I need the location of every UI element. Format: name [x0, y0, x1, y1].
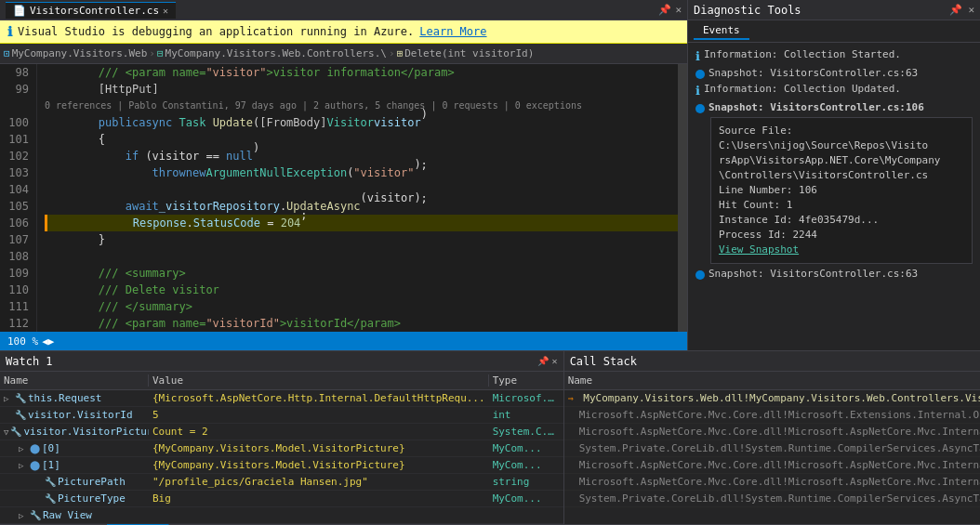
editor-content: 98 99 100 101 102 103 104 105 106 107 10…	[0, 64, 687, 332]
footer-scroll-right[interactable]: ▶	[48, 335, 55, 348]
prop-icon-4: ⬤	[30, 460, 40, 470]
code-area[interactable]: /// <param name="visitor">visitor inform…	[37, 64, 678, 332]
watch-title-bar: Watch 1 📌 ✕	[0, 351, 563, 372]
footer-scroll-left[interactable]: ◀	[42, 335, 48, 348]
expand-icon-0[interactable]: ▷	[4, 394, 13, 403]
cs-row-2[interactable]: Microsoft.AspNetCore.Mvc.Core.dll!Micros…	[564, 424, 980, 440]
close-diag-icon[interactable]: ✕	[968, 4, 974, 16]
diag-event-1-text: Information: Collection Started.	[704, 48, 901, 60]
code-line-112: /// <param name="visitorId">visitorId</p…	[45, 315, 678, 332]
expand-icon-7[interactable]: ▷	[19, 511, 28, 520]
snap-view-link[interactable]: View Snapshot	[719, 243, 964, 257]
prop-icon-6: 🔧	[45, 493, 56, 504]
pin-diag-icon[interactable]: 📌	[949, 4, 962, 16]
snapshot-dot-1	[695, 70, 705, 79]
watch-row-0[interactable]: ▷ 🔧 this.Request {Microsoft.AspNetCore.H…	[0, 390, 563, 407]
watch-headers: Name Value Type	[0, 372, 563, 390]
code-line-103: throw new ArgumentNullException("visitor…	[45, 164, 678, 181]
watch-rows: ▷ 🔧 this.Request {Microsoft.AspNetCore.H…	[0, 390, 563, 524]
watch-row-0-type: Microsof...	[489, 392, 563, 404]
cs-row-5-name: Microsoft.AspNetCore.Mvc.Core.dll!Micros…	[564, 476, 980, 488]
watch-row-2[interactable]: ▽ 🔧 visitor.VisitorPicture Count = 2 Sys…	[0, 424, 563, 440]
info-circle-icon: ℹ	[7, 24, 12, 39]
tab-close-button[interactable]: ✕	[163, 6, 168, 16]
snap-instance-id: Instance Id: 4fe035479d...	[719, 213, 964, 228]
vertical-scrollbar[interactable]	[678, 64, 687, 332]
editor-panel: 📄 VisitorsController.cs ✕ 📌 ✕ ℹ Visual S…	[0, 0, 688, 350]
watch-row-3[interactable]: ▷ ⬤ [0] {MyCompany.Visitors.Model.Visito…	[0, 440, 563, 457]
top-row: 📄 VisitorsController.cs ✕ 📌 ✕ ℹ Visual S…	[0, 0, 980, 350]
close-editor-icon[interactable]: ✕	[675, 4, 682, 16]
cs-row-4[interactable]: Microsoft.AspNetCore.Mvc.Core.dll!Micros…	[564, 457, 980, 474]
pin-watch-icon[interactable]: 📌	[537, 356, 549, 366]
diag-event-3-text: Information: Collection Updated.	[704, 83, 901, 95]
code-line-110: /// Delete visitor	[45, 282, 678, 298]
snapshot-dot-2	[695, 104, 705, 113]
breadcrumb-method[interactable]: ⊞ Delete(int visitorId)	[397, 47, 535, 59]
snap-source-file2: rsApp\VisitorsApp.NET.Core\MyCompany	[719, 153, 964, 168]
diag-snapshot-detail-block: Snapshot: VisitorsController.cs:106 Sour…	[692, 99, 976, 264]
code-line-ref: 0 references | Pablo Constantini, 97 day…	[45, 98, 678, 114]
code-line-109: /// <summary>	[45, 265, 678, 282]
watch-row-2-type: System.C...	[489, 426, 563, 438]
snap-process-id: Process Id: 2244	[719, 228, 964, 243]
watch-row-1-name: 🔧 visitor.VisitorId	[0, 409, 149, 421]
breadcrumb-method-label: Delete(int visitorId)	[404, 47, 534, 59]
cs-row-1[interactable]: Microsoft.AspNetCore.Mvc.Core.dll!Micros…	[564, 407, 980, 424]
watch-row-6-type: MyCom...	[489, 492, 563, 505]
cs-arrow-0: ⇒	[568, 393, 574, 403]
snap-line-number: Line Number: 106	[719, 183, 964, 198]
diag-event-4-header: Snapshot: VisitorsController.cs:106	[692, 99, 976, 115]
watch-row-1[interactable]: 🔧 visitor.VisitorId 5 int	[0, 407, 563, 424]
prop-icon-1: 🔧	[15, 410, 26, 420]
close-watch-icon[interactable]: ✕	[552, 356, 558, 366]
editor-title-bar: 📄 VisitorsController.cs ✕ 📌 ✕	[0, 0, 687, 20]
method-icon: ⊞	[397, 47, 404, 59]
diagnostic-title: Diagnostic Tools	[694, 4, 801, 17]
watch-row-2-value: Count = 2	[149, 426, 489, 438]
watch-panel-icons: 📌 ✕	[537, 356, 558, 366]
info-icon-1: ℹ	[695, 49, 700, 63]
view-snapshot-link[interactable]: View Snapshot	[719, 243, 799, 256]
breadcrumb-bar: ⊡ MyCompany.Visitors.Web › ⊟ MyCompany.V…	[0, 44, 687, 64]
expand-icon-4[interactable]: ▷	[19, 461, 28, 470]
cs-row-3[interactable]: System.Private.CoreLib.dll!System.Runtim…	[564, 440, 980, 457]
learn-more-link[interactable]: Learn More	[419, 25, 486, 38]
code-line-111: /// </summary>	[45, 298, 678, 315]
editor-tab-label: VisitorsController.cs	[30, 5, 159, 17]
cs-row-2-name: Microsoft.AspNetCore.Mvc.Core.dll!Micros…	[564, 426, 980, 438]
expand-icon-2[interactable]: ▽	[4, 427, 8, 437]
watch-row-1-value: 5	[149, 409, 489, 421]
line-numbers: 98 99 100 101 102 103 104 105 106 107 10…	[0, 64, 37, 332]
cs-row-6[interactable]: System.Private.CoreLib.dll!System.Runtim…	[564, 491, 980, 507]
watch-row-7[interactable]: ▷ 🔧 Raw View	[0, 507, 563, 524]
watch-col-name-header: Name	[0, 374, 149, 387]
watch-row-4-type: MyCom...	[489, 459, 563, 471]
cs-row-0[interactable]: ⇒ MyCompany.Visitors.Web.dll!MyCompany.V…	[564, 390, 980, 407]
diagnostic-title-bar: Diagnostic Tools 📌 ✕	[688, 0, 980, 20]
snapshot-dot-3	[695, 270, 705, 280]
watch-row-5[interactable]: 🔧 PicturePath "/profile_pics/Graciela Ha…	[0, 474, 563, 491]
editor-tab[interactable]: 📄 VisitorsController.cs ✕	[6, 2, 176, 19]
snap-source-file: Source File: C:\Users\nijog\Source\Repos…	[719, 124, 964, 153]
snap-hit-count: Hit Count: 1	[719, 198, 964, 213]
watch-row-6[interactable]: 🔧 PictureType Big MyCom...	[0, 491, 563, 507]
diag-tab-events[interactable]: Events	[694, 22, 749, 40]
pin-icon[interactable]: 📌	[658, 4, 671, 16]
cs-row-5[interactable]: Microsoft.AspNetCore.Mvc.Core.dll!Micros…	[564, 474, 980, 491]
snapshot-detail-body: Source File: C:\Users\nijog\Source\Repos…	[710, 117, 973, 264]
expand-icon-3[interactable]: ▷	[19, 444, 28, 453]
code-line-100: public async Task Update([FromBody]Visit…	[45, 114, 678, 131]
file-icon: 📄	[13, 5, 26, 17]
diagnostic-tools-panel: Diagnostic Tools 📌 ✕ Events ℹ Informatio…	[688, 0, 980, 350]
watch-row-7-name: ▷ 🔧 Raw View	[0, 509, 149, 521]
breadcrumb-class[interactable]: ⊟ MyCompany.Visitors.Web.Controllers.\	[157, 47, 387, 59]
info-icon-3: ℹ	[695, 84, 700, 98]
breadcrumb-namespace[interactable]: ⊡ MyCompany.Visitors.Web	[4, 47, 147, 59]
diag-event-3: ℹ Information: Collection Updated.	[692, 81, 976, 99]
class-icon: ⊟	[157, 47, 164, 59]
references-text: 0 references | Pablo Constantini, 97 day…	[45, 98, 582, 114]
watch-row-4-name: ▷ ⬤ [1]	[0, 459, 149, 471]
watch-row-6-name: 🔧 PictureType	[0, 492, 149, 505]
watch-row-4[interactable]: ▷ ⬤ [1] {MyCompany.Visitors.Model.Visito…	[0, 457, 563, 474]
